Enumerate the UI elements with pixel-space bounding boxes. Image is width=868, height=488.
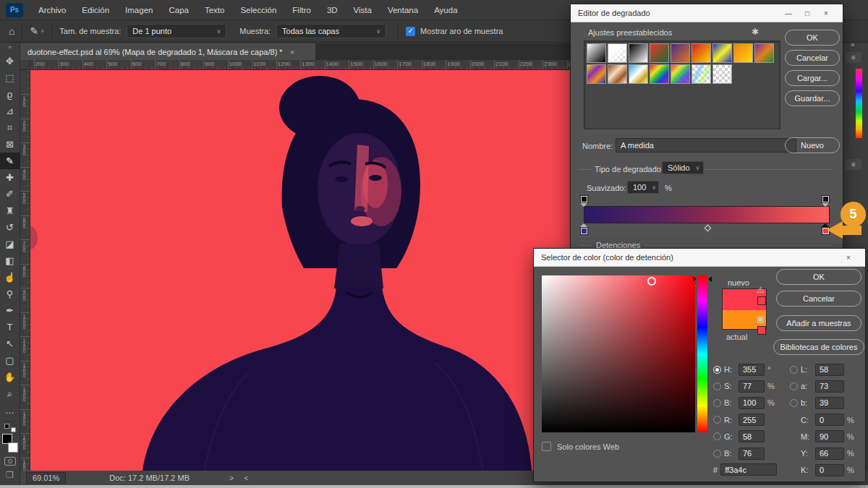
pen-tool[interactable]: ✒ xyxy=(0,302,20,319)
menu-item-capa[interactable]: Capa xyxy=(161,0,197,20)
add-to-swatches-button[interactable]: Añadir a muestras xyxy=(776,315,861,331)
eyedropper-tool-icon[interactable]: ✎ xyxy=(30,25,38,37)
field-input-b[interactable]: 39 xyxy=(815,397,844,409)
document-tab[interactable]: duotone-effect.psd al 69% (Mapa de degra… xyxy=(20,43,315,60)
hue-slider[interactable] xyxy=(697,275,707,432)
default-colors-icon[interactable] xyxy=(4,424,16,432)
close-icon[interactable]: × xyxy=(817,9,835,17)
radio-S[interactable] xyxy=(713,382,721,390)
healing-brush-tool[interactable]: ✚ xyxy=(0,169,20,186)
ok-button[interactable]: OK xyxy=(785,30,840,46)
brush-tool[interactable]: ✐ xyxy=(0,186,20,202)
hex-input[interactable]: ff3a4c xyxy=(720,463,777,476)
field-input-L[interactable]: 58 xyxy=(815,364,844,376)
field-input-B[interactable]: 76 xyxy=(739,448,765,460)
web-only-checkbox[interactable] xyxy=(542,442,551,451)
menu-item-ayuda[interactable]: Ayuda xyxy=(426,0,465,20)
gradient-preset-transparent-rainbow[interactable] xyxy=(671,64,690,84)
opacity-stop-right[interactable] xyxy=(822,195,830,203)
menu-item-archivo[interactable]: Archivo xyxy=(30,0,74,20)
gradient-type-dropdown[interactable]: Sólido ∨ xyxy=(662,161,704,174)
field-input-G[interactable]: 58 xyxy=(739,430,765,442)
field-input-C[interactable]: 0 xyxy=(815,414,844,426)
gradient-preset-yellow-violet-orange-blue[interactable] xyxy=(587,64,606,84)
dodge-tool[interactable]: ⚲ xyxy=(0,286,20,302)
home-icon[interactable]: ⌂ xyxy=(9,25,14,37)
panel-menu-icon[interactable]: ≡ xyxy=(846,52,861,63)
gradient-preset-copper[interactable] xyxy=(608,64,627,84)
vertical-ruler[interactable]: 1002003004005006007008009001000110012001… xyxy=(20,70,30,471)
path-selection-tool[interactable]: ↖ xyxy=(0,335,20,352)
gradient-preset-chrome[interactable] xyxy=(629,64,648,84)
show-ring-checkbox[interactable]: ✓ xyxy=(406,27,415,36)
maximize-icon[interactable]: □ xyxy=(798,9,817,17)
panel-menu-icon[interactable]: ≡ xyxy=(846,159,861,170)
menu-item-selección[interactable]: Selección xyxy=(232,0,284,20)
radio-H[interactable] xyxy=(713,366,721,374)
background-color-chip[interactable] xyxy=(8,442,18,453)
more-tools[interactable]: … xyxy=(0,402,20,419)
hue-strip[interactable] xyxy=(856,69,862,138)
zoom-tool[interactable]: ⌕ xyxy=(0,385,20,402)
web-color-icon[interactable]: ▣ xyxy=(757,314,765,324)
radio-L[interactable] xyxy=(790,366,798,374)
type-tool[interactable]: T xyxy=(0,319,20,335)
hue-slider-marker-right[interactable] xyxy=(708,276,712,282)
load-button[interactable]: Cargar... xyxy=(785,70,840,86)
opacity-stop-left[interactable] xyxy=(580,195,588,203)
gamut-warning-icon[interactable]: ⚠ xyxy=(757,285,765,295)
gradient-preset-red-to-green[interactable] xyxy=(650,43,669,63)
hue-slider-marker-left[interactable] xyxy=(693,276,697,282)
gradient-preset-violet-orange-green[interactable] xyxy=(754,43,774,63)
new-button[interactable]: Nuevo xyxy=(785,137,840,153)
ok-button[interactable]: OK xyxy=(776,269,861,285)
radio-B[interactable] xyxy=(713,450,721,458)
gradient-preset-transparent-stripes[interactable] xyxy=(692,64,711,84)
radio-a[interactable] xyxy=(790,382,798,390)
canvas-image[interactable] xyxy=(30,70,570,471)
menu-item-imagen[interactable]: Imagen xyxy=(117,0,161,20)
clone-stamp-tool[interactable]: ♜ xyxy=(0,202,20,219)
cancel-button[interactable]: Cancelar xyxy=(776,291,861,307)
menu-item-filtro[interactable]: Filtro xyxy=(284,0,319,20)
gradient-preset-neutral-density[interactable] xyxy=(712,64,732,84)
midpoint-diamond[interactable] xyxy=(705,225,712,232)
smudge-tool[interactable]: ☝ xyxy=(0,269,20,286)
sample-size-dropdown[interactable]: De 1 punto ∨ xyxy=(127,24,226,38)
status-nav-chevrons[interactable]: > < xyxy=(229,474,252,482)
gradient-preset-foreground-to-transparent[interactable] xyxy=(608,43,627,63)
gradient-preset-blue-yellow-blue[interactable] xyxy=(712,43,732,63)
gradient-tool[interactable]: ◧ xyxy=(0,252,20,269)
field-input-K[interactable]: 0 xyxy=(815,464,844,476)
color-picker-titlebar[interactable]: Selector de color (color de detención) × xyxy=(534,249,865,267)
collapse-panel-icon[interactable]: » xyxy=(8,43,12,53)
zoom-level[interactable]: 69.01% xyxy=(26,472,66,484)
move-tool[interactable]: ✥ xyxy=(0,53,20,69)
field-input-a[interactable]: 73 xyxy=(815,380,844,393)
lasso-tool[interactable]: ϱ xyxy=(0,86,20,103)
foreground-background-colors[interactable] xyxy=(1,434,19,453)
marquee-tool[interactable]: ⬚ xyxy=(0,69,20,86)
frame-tool[interactable]: ⊠ xyxy=(0,136,20,153)
gradient-preset-foreground-to-background[interactable] xyxy=(587,43,606,63)
gradient-preset-violet-to-orange[interactable] xyxy=(671,43,690,63)
menu-item-3d[interactable]: 3D xyxy=(319,0,346,20)
color-libraries-button[interactable]: Bibliotecas de colores xyxy=(773,339,864,355)
field-input-M[interactable]: 90 xyxy=(815,430,844,442)
quick-mask-icon[interactable] xyxy=(4,457,16,466)
eyedropper-tool[interactable]: ✎ xyxy=(0,153,20,169)
gamut-color-chip[interactable] xyxy=(757,296,766,305)
gradient-preset-orange-to-yellow[interactable] xyxy=(733,43,753,63)
smoothness-dropdown[interactable]: 100 ∨ xyxy=(627,181,659,194)
cancel-button[interactable]: Cancelar xyxy=(785,50,840,66)
radio-R[interactable] xyxy=(713,416,721,424)
field-input-H[interactable]: 355 xyxy=(739,364,765,376)
radio-G[interactable] xyxy=(713,432,721,440)
minimize-icon[interactable]: — xyxy=(779,9,798,17)
tool-caret-icon[interactable]: ∨ xyxy=(41,28,44,34)
color-field-cursor[interactable] xyxy=(647,277,656,286)
history-brush-tool[interactable]: ↺ xyxy=(0,219,20,236)
gradient-preset-red-to-yellow[interactable] xyxy=(692,43,711,63)
horizontal-ruler[interactable]: 2003004005006007008009001000110012001300… xyxy=(30,60,570,70)
object-selection-tool[interactable]: ⊿ xyxy=(0,103,20,119)
